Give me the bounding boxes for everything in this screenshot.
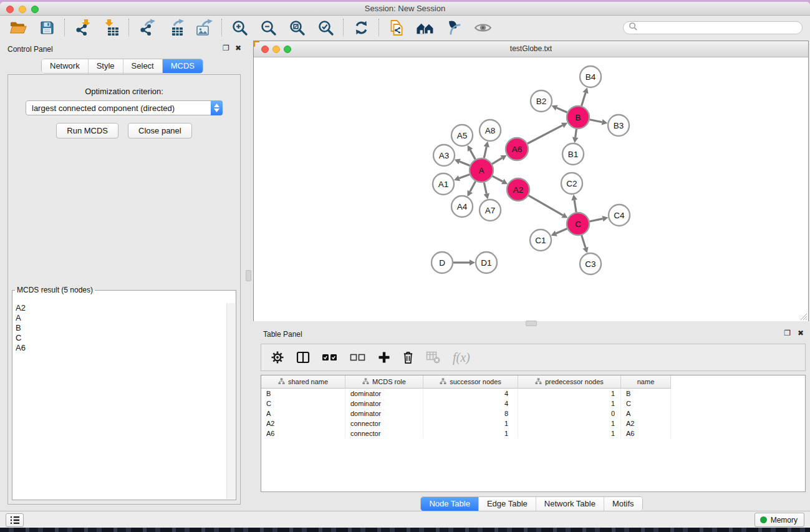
edge-C-C3[interactable] xyxy=(582,235,586,248)
zoom-in-button[interactable] xyxy=(230,18,249,37)
export-table-button[interactable] xyxy=(166,18,185,37)
table-row[interactable]: A6connector11A6 xyxy=(261,428,805,438)
import-network-button[interactable] xyxy=(73,18,92,37)
column-header-predecessor-nodes[interactable]: predecessor nodes xyxy=(518,375,621,389)
edge-A2-C[interactable] xyxy=(528,195,562,215)
edge-B-B3[interactable] xyxy=(590,120,602,122)
table-tab-motifs[interactable]: Motifs xyxy=(604,497,642,511)
edge-A-A6[interactable] xyxy=(492,158,502,163)
memory-button[interactable]: Memory xyxy=(755,513,804,527)
graph-node-A[interactable]: A xyxy=(470,158,493,182)
edge-C-C4[interactable] xyxy=(590,219,603,221)
style-preview-button[interactable] xyxy=(445,18,463,37)
column-header-name[interactable]: name xyxy=(621,375,671,389)
tab-network[interactable]: Network xyxy=(42,59,88,73)
edge-A-A1[interactable] xyxy=(459,175,470,178)
table-tab-network-table[interactable]: Network Table xyxy=(536,497,604,511)
search-box[interactable] xyxy=(623,21,803,34)
mcds-result-item[interactable]: C xyxy=(13,333,227,343)
graph-node-C2[interactable]: C2 xyxy=(561,173,582,194)
search-input[interactable] xyxy=(641,22,797,32)
mcds-result-list[interactable]: A2ABCA6 xyxy=(13,303,227,499)
graph-node-C3[interactable]: C3 xyxy=(580,253,601,274)
table-row[interactable]: Bdominator41B xyxy=(261,389,805,399)
split-view-button[interactable] xyxy=(296,351,310,364)
graph-node-B4[interactable]: B4 xyxy=(580,66,601,87)
graph-node-A3[interactable]: A3 xyxy=(433,145,455,166)
export-image-button[interactable] xyxy=(195,18,213,37)
home-button[interactable] xyxy=(416,18,435,37)
graph-node-A2[interactable]: A2 xyxy=(507,178,529,201)
import-table-button[interactable] xyxy=(102,18,120,37)
edge-C-C2[interactable] xyxy=(574,200,576,213)
tab-style[interactable]: Style xyxy=(88,59,123,73)
graph-node-A6[interactable]: A6 xyxy=(506,138,528,160)
open-file-button[interactable] xyxy=(9,18,27,37)
resize-grip-icon[interactable] xyxy=(799,312,808,321)
edge-A-A4[interactable] xyxy=(470,181,476,192)
edge-B-B2[interactable] xyxy=(557,108,567,112)
edge-A-A8[interactable] xyxy=(484,147,486,158)
graph-node-A1[interactable]: A1 xyxy=(433,173,454,195)
task-history-button[interactable] xyxy=(6,513,24,527)
refresh-view-button[interactable] xyxy=(352,18,370,37)
close-panel-icon[interactable]: ✖ xyxy=(235,44,241,52)
column-header-shared-name[interactable]: shared name xyxy=(261,375,345,389)
network-canvas[interactable]: B4B2BB3A5A8A6B1A3AC2A1A2A4A7C4CC1C3DD1 xyxy=(254,57,808,321)
toggle-visibility-button[interactable] xyxy=(473,18,492,37)
table-tab-edge-table[interactable]: Edge Table xyxy=(478,497,536,511)
run-mcds-button[interactable]: Run MCDS xyxy=(56,123,118,138)
graph-node-A8[interactable]: A8 xyxy=(480,120,501,141)
graph-node-B2[interactable]: B2 xyxy=(531,90,552,112)
graph-node-B3[interactable]: B3 xyxy=(608,115,629,136)
edge-C-C1[interactable] xyxy=(556,229,567,234)
edge-A-A7[interactable] xyxy=(484,183,486,194)
close-table-panel-icon[interactable]: ✖ xyxy=(798,329,804,337)
edge-A-A5[interactable] xyxy=(470,150,475,160)
graph-node-C[interactable]: C xyxy=(567,213,589,235)
edge-B-B1[interactable] xyxy=(576,129,577,137)
zoom-fit-button[interactable] xyxy=(287,18,306,37)
optimization-criterion-dropdown[interactable]: largest connected component (directed) xyxy=(26,100,223,115)
settings-button[interactable] xyxy=(271,351,284,364)
graph-node-C4[interactable]: C4 xyxy=(609,205,630,226)
float-table-panel-icon[interactable]: ❐ xyxy=(784,329,791,337)
graph-node-A5[interactable]: A5 xyxy=(451,125,473,146)
table-row[interactable]: Adominator80A xyxy=(261,409,805,418)
graph-node-D[interactable]: D xyxy=(432,252,453,273)
mcds-result-item[interactable]: A xyxy=(13,313,227,323)
zoom-out-button[interactable] xyxy=(259,18,277,37)
mcds-result-item[interactable]: B xyxy=(13,323,227,333)
edge-A-A2[interactable] xyxy=(493,176,503,181)
tab-select[interactable]: Select xyxy=(123,59,162,73)
table-tab-node-table[interactable]: Node Table xyxy=(421,497,478,511)
graph-node-D1[interactable]: D1 xyxy=(476,252,497,273)
float-panel-icon[interactable]: ❐ xyxy=(223,44,229,52)
add-column-button[interactable] xyxy=(378,351,390,364)
close-panel-button[interactable]: Close panel xyxy=(128,123,192,138)
network-window-titlebar[interactable]: testGlobe.txt xyxy=(254,41,808,57)
vertical-divider-grip[interactable] xyxy=(246,270,251,281)
graph-node-B1[interactable]: B1 xyxy=(562,143,584,165)
graph-node-A7[interactable]: A7 xyxy=(480,200,501,221)
tab-mcds[interactable]: MCDS xyxy=(162,59,203,73)
result-scrollbar[interactable] xyxy=(226,303,235,499)
graph-node-A4[interactable]: A4 xyxy=(451,196,473,217)
table-row[interactable]: A2connector11A2 xyxy=(261,418,805,428)
export-network-button[interactable] xyxy=(137,18,156,37)
column-header-successor-nodes[interactable]: successor nodes xyxy=(423,375,518,389)
zoom-selected-button[interactable] xyxy=(316,18,335,37)
table-row[interactable]: Cdominator41C xyxy=(261,399,805,409)
edge-A-A3[interactable] xyxy=(460,162,470,166)
deselect-all-columns-button[interactable] xyxy=(350,353,366,362)
edge-A6-B[interactable] xyxy=(528,125,562,143)
delete-column-button[interactable] xyxy=(402,351,414,364)
mcds-result-item[interactable]: A2 xyxy=(13,303,227,313)
column-header-MCDS-role[interactable]: MCDS role xyxy=(345,375,423,389)
graph-node-C1[interactable]: C1 xyxy=(530,230,551,251)
save-session-button[interactable] xyxy=(37,18,56,37)
mcds-result-item[interactable]: A6 xyxy=(13,343,227,353)
select-all-columns-button[interactable] xyxy=(322,353,338,362)
graph-node-B[interactable]: B xyxy=(567,106,589,128)
horizontal-divider-grip[interactable] xyxy=(526,321,537,326)
